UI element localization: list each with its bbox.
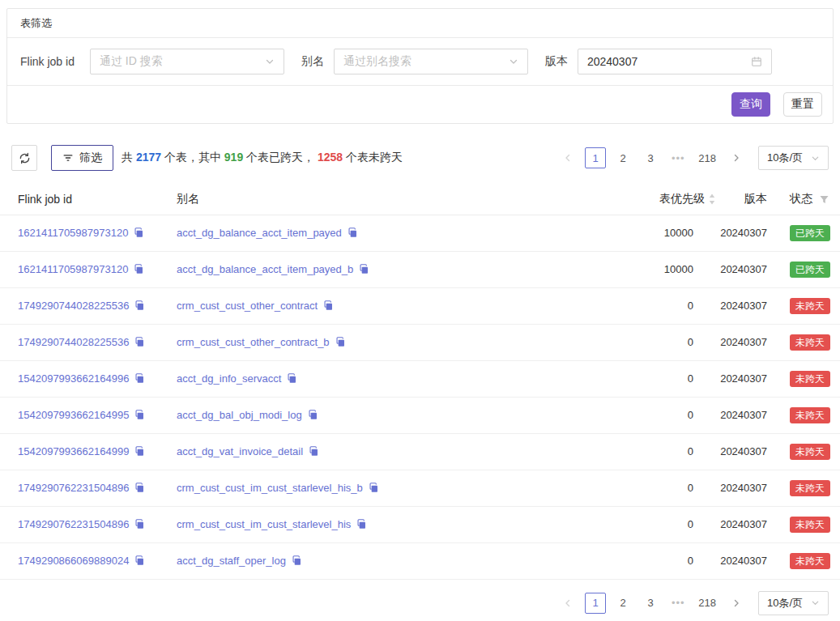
alias-link[interactable]: acct_dg_vat_invoice_detail [177,445,303,457]
chevron-left-icon [563,598,573,608]
prev-page-button[interactable] [557,593,578,614]
job-id-link[interactable]: 1749290866069889024 [18,555,129,567]
copy-icon-glyph [323,300,334,311]
next-page-button[interactable] [726,147,747,168]
copy-icon[interactable] [134,337,145,347]
page-button-1[interactable]: 1 [585,147,606,168]
job-id-link[interactable]: 1749290762231504896 [18,518,129,530]
page-button-last[interactable]: 218 [695,147,719,168]
toolbar: 筛选 共 2177 个表，其中 919 个表已跨天， 1258 个表未跨天 1 … [11,145,829,171]
copy-icon[interactable] [356,519,367,530]
copy-icon[interactable] [287,373,297,384]
alias-link[interactable]: crm_cust_cust_other_contract_b [177,336,330,348]
page-size-select[interactable]: 10条/页 [758,591,829,615]
job-id-link[interactable]: 1621411705987973120 [18,227,128,239]
copy-icon[interactable] [134,300,145,311]
copy-icon[interactable] [134,264,144,274]
alias-link[interactable]: acct_dg_info_servacct [177,372,281,385]
page-button-3[interactable]: 3 [640,147,661,168]
filter-actions: 查询 重置 [7,85,833,123]
filter-card: 表筛选 Flink job id 通过 ID 搜索 别名 通过别名搜索 版本 [6,8,834,124]
flink-job-id-select[interactable]: 通过 ID 搜索 [90,49,284,74]
page-button-2[interactable]: 2 [612,593,633,614]
table-body: 1621411705987973120acct_dg_balance_acct_… [0,215,840,579]
alias-link[interactable]: acct_dg_bal_obj_modi_log [177,409,302,421]
copy-icon[interactable] [359,264,369,274]
tables-table: Flink job id 别名 表优先级 版本 状态 [0,185,840,580]
copy-icon[interactable] [134,373,145,384]
copy-icon[interactable] [308,410,318,420]
sort-icon[interactable] [708,193,716,206]
filter-button[interactable]: 筛选 [51,145,113,171]
copy-icon-glyph [134,410,145,420]
refresh-button[interactable] [11,145,37,171]
table-row: 1749290762231504896crm_cust_cust_im_cust… [0,506,840,542]
field-alias: 别名 通过别名搜索 [301,49,528,74]
th-status-label: 状态 [790,192,812,206]
copy-icon[interactable] [134,555,145,566]
chevron-down-icon [265,57,275,66]
total-count: 2177 [136,151,161,164]
copy-icon-glyph [134,519,145,530]
filter-lines-icon [62,152,74,164]
alias-select[interactable]: 通过别名搜索 [334,49,528,74]
job-id-link[interactable]: 1542097993662164996 [18,372,129,385]
page-ellipsis[interactable]: ••• [667,593,689,614]
field-version: 版本 [545,49,772,74]
job-id-link[interactable]: 1542097993662164995 [18,409,129,421]
copy-icon[interactable] [348,228,358,238]
copy-icon[interactable] [292,555,302,566]
page-size-select[interactable]: 10条/页 [758,146,829,170]
alias-link[interactable]: acct_dg_staff_oper_log [177,555,286,567]
page-size-value: 10条/页 [767,596,803,610]
page-button-last[interactable]: 218 [695,593,719,614]
table-row: 1542097993662164999acct_dg_vat_invoice_d… [0,433,840,470]
query-button[interactable]: 查询 [731,92,770,117]
priority-cell: 0 [567,397,716,433]
alias-link[interactable]: crm_cust_cust_other_contract [177,300,318,312]
page-button-2[interactable]: 2 [612,147,633,168]
copy-icon[interactable] [369,483,379,493]
th-priority[interactable]: 表优先级 [567,185,716,215]
next-page-button[interactable] [726,593,747,614]
alias-link[interactable]: crm_cust_cust_im_cust_starlevel_his [177,518,351,530]
copy-icon[interactable] [134,519,145,530]
filter-funnel-icon[interactable] [819,194,829,205]
alias-link[interactable]: crm_cust_cust_im_cust_starlevel_his_b [177,482,363,494]
job-id-link[interactable]: 1749290744028225536 [18,336,129,348]
alias-link[interactable]: acct_dg_balance_acct_item_payed_b [177,263,353,275]
status-badge: 未跨天 [790,444,830,460]
copy-icon[interactable] [134,228,144,238]
table-row: 1749290762231504896crm_cust_cust_im_cust… [0,470,840,506]
th-priority-label: 表优先级 [659,192,705,206]
copy-icon[interactable] [134,483,145,493]
version-date-picker[interactable] [578,49,772,74]
page-button-1[interactable]: 1 [585,593,606,614]
copy-icon[interactable] [309,446,319,457]
copy-icon[interactable] [323,300,334,311]
copy-icon-glyph [134,555,145,566]
job-id-link[interactable]: 1621411705987973120 [18,263,128,275]
calendar-icon [751,56,762,67]
priority-cell: 0 [567,433,716,470]
prev-page-button[interactable] [557,147,578,168]
version-input[interactable] [587,55,733,68]
uncrossed-count: 1258 [318,151,343,164]
copy-icon[interactable] [335,337,346,347]
version-cell: 20240307 [716,470,774,506]
reset-button[interactable]: 重置 [783,92,822,117]
copy-icon-glyph [134,264,144,274]
job-id-link[interactable]: 1542097993662164999 [18,445,129,457]
page-button-3[interactable]: 3 [640,593,661,614]
priority-cell: 0 [567,506,716,542]
priority-cell: 0 [567,360,716,397]
job-id-link[interactable]: 1749290744028225536 [18,300,129,312]
copy-icon[interactable] [134,446,145,457]
page-ellipsis[interactable]: ••• [667,147,689,168]
job-id-link[interactable]: 1749290762231504896 [18,482,129,494]
version-cell: 20240307 [716,215,774,251]
filter-button-label: 筛选 [79,151,102,165]
table-row: 1749290744028225536crm_cust_cust_other_c… [0,287,840,324]
copy-icon[interactable] [134,410,145,420]
alias-link[interactable]: acct_dg_balance_acct_item_payed [177,227,342,239]
